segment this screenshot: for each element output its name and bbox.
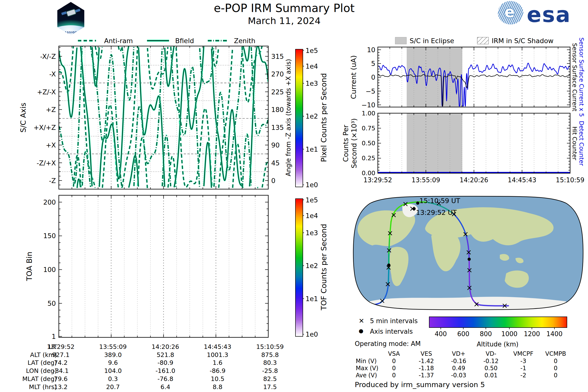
plot-canvas [0, 0, 588, 392]
tof-colorbar-tick: 1e5 [306, 197, 318, 203]
pixel-colorbar-tick: 1e0 [306, 182, 318, 188]
axis-interval-marker [416, 202, 420, 205]
pixel-colorbar-label: Pixel Counts per Second [320, 73, 328, 162]
altitude-tick: 1400 [546, 331, 562, 337]
voltage-table-column-header: VES [421, 351, 432, 357]
time-axis-tick: 13:55:09 [412, 177, 440, 183]
info-table-cell: -34.1 [53, 368, 69, 374]
voltage-table-cell: -0.03 [451, 372, 466, 378]
info-table-cell: 13.2 [54, 384, 68, 390]
eclipse-legend-label: S/C in Eclipse [410, 38, 454, 44]
voltage-table-cell: 0 [392, 372, 396, 378]
voltage-table-cell: 0 [392, 358, 396, 364]
current-ytick: −10 [362, 102, 375, 108]
toa-bin-ylabel: TOA Bin [26, 252, 33, 281]
counts-ylabel-line2: Second (×10³) [351, 118, 358, 168]
voltage-table-column-header: VD- [486, 351, 496, 357]
counts-ytick: 0.75 [362, 125, 375, 131]
time-axis-tick: 14:20:26 [460, 177, 488, 183]
info-table-row-label: MLAT (deg) [22, 376, 57, 382]
angle-axis-ytick: 90 [271, 142, 280, 148]
axis-interval-marker [468, 258, 471, 261]
sc-axis-curves [59, 46, 268, 188]
info-table-cell: 74.2 [54, 360, 68, 366]
angle-axis-ytick: 225 [271, 89, 284, 95]
voltage-table-column-header: VMCPF [513, 351, 533, 357]
plot-frame [59, 195, 268, 337]
info-table-cell: 14:45:43 [204, 344, 231, 350]
voltage-table-cell: -1.37 [419, 372, 434, 378]
eclipse-legend-swatch [395, 37, 406, 44]
info-table-cell: 6.4 [160, 384, 170, 390]
voltage-table-cell: -0.12 [484, 358, 498, 364]
info-table-cell: 82.5 [263, 376, 277, 382]
info-table-row-label: LAT (deg) [28, 360, 57, 366]
pixel-colorbar-tick: 1e2 [306, 113, 318, 120]
tof-colorbar-tick: 1e4 [306, 212, 318, 219]
voltage-table-column-header: VCMPB [545, 351, 566, 357]
angle-axis-ytick: 45 [271, 160, 280, 166]
sc-axis-ytick: -X/-Z [40, 53, 56, 60]
info-table-cell: 15:10:59 [256, 344, 284, 350]
map-start-time-annotation: 13:29:52 UT [416, 209, 457, 216]
info-table-cell: 9.6 [108, 360, 118, 366]
toa-ytick: 1 [52, 333, 56, 340]
current-ytick: 10 [367, 46, 375, 53]
current-ylabel: Current (uA) [350, 55, 357, 99]
voltage-table-cell: 0.49 [452, 365, 465, 371]
time-axis-tick: 13:29:52 [364, 177, 392, 183]
sc-axis-ytick: +X [46, 142, 56, 148]
pixel-colorbar-tick: 1e3 [306, 80, 318, 87]
angle-axis-ytick: 135 [271, 124, 284, 131]
info-table-cell: 20.7 [106, 384, 120, 390]
voltage-table-cell: 0.01 [484, 372, 497, 378]
counts-ylabel-line1: Counts Per [342, 125, 349, 162]
current-ytick: 0 [371, 74, 375, 80]
sensor-surface-current-x5-label: Sensor Surface Current x 5 [578, 38, 584, 117]
axis-interval-marker [412, 207, 416, 210]
tof-colorbar-tick: 1e3 [306, 230, 318, 236]
tof-colorbar-label: TOF Counts per Second [320, 224, 328, 310]
operating-mode-text: Operating mode: AM [355, 340, 421, 347]
legend-label-zenith: Zenith [234, 38, 255, 44]
toa-ytick: 150 [43, 232, 56, 239]
current-ytick: −5 [366, 88, 375, 94]
dot-marker-legend: Axis intervals [370, 328, 413, 335]
info-table-cell: 1001.3 [207, 352, 228, 358]
voltage-table-cell: 0.50 [484, 365, 497, 371]
counts-ytick: 1.00 [362, 110, 375, 116]
sc-axis-ytick: +Z/-X [37, 89, 56, 95]
eclipse-region [407, 113, 462, 173]
voltage-table-column-header: VD+ [452, 351, 465, 357]
info-table-cell: -161.0 [156, 368, 176, 374]
info-table-cell: 79.6 [54, 376, 68, 382]
toa-ytick: 200 [43, 199, 56, 206]
sc-axis-ytick: +X/+Z [34, 124, 56, 131]
x-marker-legend: 5 min intervals [370, 318, 418, 324]
info-table-cell: 927.1 [52, 352, 70, 358]
legend-label-antiram: Anti-ram [104, 38, 133, 44]
info-table-cell: 17.5 [263, 384, 277, 390]
tof-counts-colorbar [295, 198, 303, 337]
voltage-table-row-label: Max (V) [356, 365, 378, 371]
counts-ytick: 0.25 [362, 155, 375, 161]
toa-ytick: 100 [43, 266, 56, 273]
dot-marker-glyph: ● [359, 328, 363, 334]
eclipse-region [407, 47, 462, 107]
angle-axis-ytick: 180 [271, 106, 284, 113]
time-axis-tick: 15:10:59 [556, 177, 584, 183]
voltage-table-cell: 0 [392, 365, 396, 371]
sensor-surface-current-label: Sensor Surface Current [572, 43, 578, 111]
epop-irm-summary-figure: CASSIOPE e-POP IRM Summary Plot March 11… [0, 0, 588, 392]
shadow-legend-label: IRM in S/C Shadow [492, 38, 554, 44]
map-end-time-annotation: 15:10:59 UT [420, 198, 460, 204]
info-table-cell: 521.8 [156, 352, 174, 358]
sc-axis-ytick: -Z [49, 178, 56, 184]
pixel-colorbar-tick: 1e4 [306, 63, 318, 70]
axis-interval-marker [366, 303, 370, 306]
sc-axis-ytick: +Z [46, 106, 56, 113]
info-table-cell: 80.3 [263, 360, 277, 366]
voltage-table-row-label: Ave (V) [356, 372, 377, 378]
voltage-table-cell: -1.42 [419, 358, 434, 364]
info-table-cell: 10.5 [211, 376, 224, 382]
